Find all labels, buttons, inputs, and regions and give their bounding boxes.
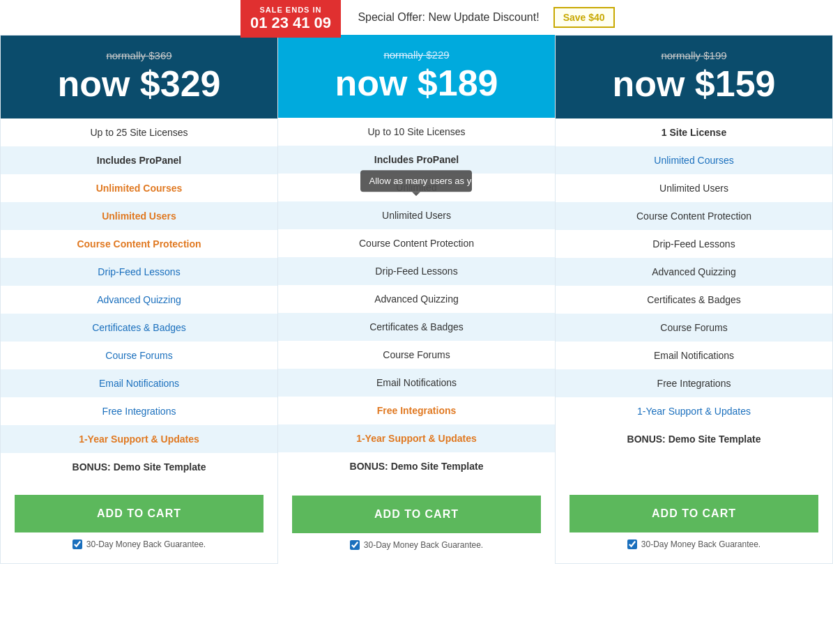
add-to-cart-button-1[interactable]: ADD TO CART — [570, 495, 818, 532]
tooltip-container: Unlimited Allow as many users as you wan… — [396, 182, 436, 193]
special-offer-text: Special Offer: New Update Discount! — [358, 11, 539, 24]
feature-10-certificates: Certificates & Badges — [278, 313, 555, 341]
feature-1-unlimited-users: Unlimited Users — [556, 174, 832, 202]
guarantee-checkbox-10[interactable] — [350, 540, 360, 550]
plan-25-now-label: now — [57, 63, 139, 104]
guarantee-text-25: 30-Day Money Back Guarantee. — [86, 539, 206, 549]
feature-1-forums: Course Forums — [556, 314, 832, 342]
feature-1-unlimited-courses: Unlimited Courses — [556, 146, 832, 174]
timer-seconds-ones: 09 — [314, 14, 330, 32]
feature-10-courses-text: Unlimited — [396, 182, 436, 193]
plan-10-original-price: normally $229 — [292, 49, 541, 61]
feature-10-unlimited-users: Unlimited Users — [278, 201, 555, 229]
feature-10-notifications: Email Notifications — [278, 369, 555, 397]
timer-minutes: 23 — [271, 14, 288, 32]
timer-digits: 01 23 41 09 — [250, 14, 331, 32]
plan-10-guarantee: 30-Day Money Back Guarantee. — [292, 540, 541, 550]
pricing-table: normally $369 now now $329$329 Up to 25 … — [0, 35, 833, 564]
plan-25-guarantee: 30-Day Money Back Guarantee. — [15, 539, 263, 549]
guarantee-checkbox-25[interactable] — [72, 539, 82, 549]
feature-site-licenses: Up to 25 Site Licenses — [1, 118, 277, 146]
timer-hours: 01 — [250, 14, 267, 32]
feature-1-quizzing: Advanced Quizzing — [556, 258, 832, 286]
feature-10-forums: Course Forums — [278, 341, 555, 369]
feature-unlimited-users: Unlimited Users — [1, 202, 277, 230]
feature-1-drip-feed: Drip-Feed Lessons — [556, 230, 832, 258]
plan-1-license: normally $199 now $159 1 Site License Un… — [555, 35, 833, 564]
plan-1-original-price: normally $199 — [570, 49, 818, 61]
feature-1-notifications: Email Notifications — [556, 342, 832, 369]
feature-10-support: 1-Year Support & Updates — [278, 424, 555, 452]
plan-25-original-price: normally $369 — [15, 49, 263, 61]
plan-1-current-price: now $159 — [570, 66, 818, 102]
feature-forums: Course Forums — [1, 342, 277, 369]
feature-10-bonus: BONUS: Demo Site Template — [278, 452, 555, 480]
feature-1-content-protection: Course Content Protection — [556, 202, 832, 230]
feature-drip-feed: Drip-Feed Lessons — [1, 258, 277, 286]
feature-1-bonus: BONUS: Demo Site Template — [556, 425, 832, 453]
plan-10-licenses: normally $229 now $189 Up to 10 Site Lic… — [278, 35, 555, 564]
feature-1-site-license: 1 Site License — [556, 118, 832, 146]
timer-seconds-tens: 41 — [293, 14, 309, 32]
plan-10-features: Up to 10 Site Licenses Includes ProPanel… — [278, 118, 555, 482]
add-to-cart-button-25[interactable]: ADD TO CART — [15, 495, 263, 532]
feature-support: 1-Year Support & Updates — [1, 425, 277, 453]
add-to-cart-button-10[interactable]: ADD TO CART — [292, 496, 541, 533]
plan-1-guarantee: 30-Day Money Back Guarantee. — [570, 539, 818, 549]
feature-notifications: Email Notifications — [1, 369, 277, 397]
feature-10-propanel: Includes ProPanel — [278, 146, 555, 174]
feature-content-protection: Course Content Protection — [1, 230, 277, 258]
feature-quizzing: Advanced Quizzing — [1, 286, 277, 314]
feature-10-drip-feed: Drip-Feed Lessons — [278, 257, 555, 285]
feature-integrations: Free Integrations — [1, 397, 277, 425]
plan-25-footer: ADD TO CART 30-Day Money Back Guarantee. — [1, 481, 277, 563]
top-bar: SALE ENDS IN 01 23 41 09 Special Offer: … — [0, 0, 833, 35]
feature-1-certificates: Certificates & Badges — [556, 286, 832, 314]
plan-1-footer: ADD TO CART 30-Day Money Back Guarantee. — [556, 481, 832, 563]
feature-certificates: Certificates & Badges — [1, 314, 277, 342]
guarantee-text-1: 30-Day Money Back Guarantee. — [641, 539, 761, 549]
feature-1-support: 1-Year Support & Updates — [556, 397, 832, 425]
plan-25-licenses: normally $369 now now $329$329 Up to 25 … — [0, 35, 278, 564]
plan-10-current-price: now $189 — [292, 65, 541, 101]
plan-1-features: 1 Site License Unlimited Courses Unlimit… — [556, 118, 832, 481]
feature-bonus: BONUS: Demo Site Template — [1, 453, 277, 481]
feature-unlimited-courses: Unlimited Courses — [1, 174, 277, 202]
feature-propanel: Includes ProPanel — [1, 146, 277, 174]
feature-10-quizzing: Advanced Quizzing — [278, 285, 555, 313]
feature-10-integrations: Free Integrations — [278, 397, 555, 424]
feature-1-integrations: Free Integrations — [556, 369, 832, 397]
plan-25-header: normally $369 now now $329$329 — [1, 36, 277, 118]
plan-10-header: normally $229 now $189 — [278, 35, 555, 118]
guarantee-text-10: 30-Day Money Back Guarantee. — [364, 540, 483, 550]
plan-10-footer: ADD TO CART 30-Day Money Back Guarantee. — [278, 482, 555, 564]
feature-10-content-protection: Course Content Protection — [278, 229, 555, 257]
sale-timer: SALE ENDS IN 01 23 41 09 — [240, 0, 341, 38]
sale-label: SALE ENDS IN — [250, 6, 331, 14]
plan-25-features: Up to 25 Site Licenses Includes ProPanel… — [1, 118, 277, 481]
guarantee-checkbox-1[interactable] — [627, 539, 637, 549]
plan-1-header: normally $199 now $159 — [556, 36, 832, 118]
plan-25-current-price: now now $329$329 — [15, 66, 263, 102]
feature-10-site-licenses: Up to 10 Site Licenses — [278, 118, 555, 146]
save-badge: Save $40 — [553, 7, 615, 28]
feature-10-unlimited-courses: Unlimited Allow as many users as you wan… — [278, 174, 555, 201]
